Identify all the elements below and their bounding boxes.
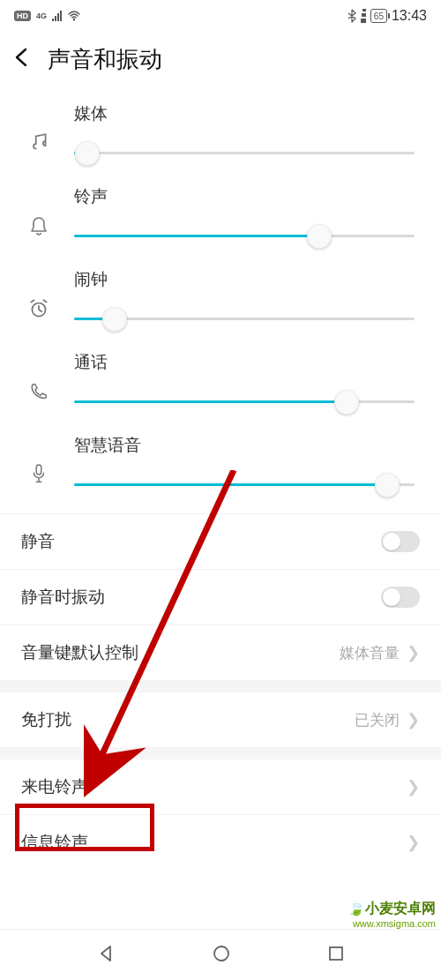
back-button[interactable] (12, 47, 35, 72)
slider-label: 闹钟 (74, 268, 415, 291)
chevron-right-icon: ❯ (407, 710, 420, 729)
ringtone-slider[interactable] (74, 224, 415, 249)
battery-gauge-icon (361, 9, 366, 23)
slider-label: 智慧语音 (74, 434, 415, 457)
status-bar: HD 4G 65 13:43 (0, 0, 441, 32)
system-nav-bar (0, 929, 441, 980)
status-right: 65 13:43 (348, 8, 427, 24)
svg-rect-3 (361, 19, 366, 23)
svg-rect-1 (363, 9, 366, 11)
slider-media: 媒体 (26, 99, 415, 169)
vibrate-toggle[interactable] (381, 587, 420, 608)
wifi-icon (67, 11, 81, 21)
volume-sliders: 媒体 铃声 闹钟 通话 (0, 99, 441, 513)
settings-list-2: 免打扰 已关闭 ❯ (0, 692, 441, 747)
row-mute[interactable]: 静音 (0, 513, 441, 569)
microphone-icon (26, 448, 51, 501)
row-label: 静音 (21, 530, 55, 553)
row-vibrate-on-mute[interactable]: 静音时振动 (0, 569, 441, 625)
row-label: 音量键默认控制 (21, 641, 138, 664)
leaf-icon: 🍃 (348, 901, 365, 916)
row-label: 免打扰 (21, 708, 71, 731)
settings-list: 静音 静音时振动 音量键默认控制 媒体音量 ❯ (0, 513, 441, 680)
hd-badge: HD (14, 11, 31, 21)
battery-icon: 65 (370, 9, 387, 23)
row-label: 来电铃声 (21, 775, 88, 798)
phone-icon (26, 365, 51, 418)
mute-toggle[interactable] (381, 531, 420, 552)
signal-icon (52, 11, 62, 21)
section-gap (0, 680, 441, 692)
slider-label: 通话 (74, 351, 415, 374)
bluetooth-icon (348, 9, 356, 23)
slider-label: 铃声 (74, 185, 415, 208)
slider-call: 通话 (26, 348, 415, 418)
svg-rect-2 (362, 13, 366, 17)
svg-rect-5 (36, 465, 41, 475)
nav-back-button[interactable] (96, 944, 116, 967)
page-title: 声音和振动 (48, 44, 162, 75)
row-value: 媒体音量 (340, 643, 400, 663)
slider-label: 媒体 (74, 102, 415, 125)
row-value: 已关闭 (355, 710, 400, 730)
nav-home-button[interactable] (212, 944, 231, 967)
watermark: 🍃小麦安卓网 www.xmsigma.com (348, 900, 436, 929)
battery-level: 65 (374, 11, 384, 21)
slider-alarm: 闹钟 (26, 265, 415, 335)
chevron-right-icon: ❯ (407, 643, 420, 662)
row-label: 静音时振动 (21, 586, 105, 609)
svg-rect-7 (330, 947, 342, 960)
music-note-icon (26, 116, 51, 169)
row-volume-key-default[interactable]: 音量键默认控制 媒体音量 ❯ (0, 625, 441, 680)
media-slider[interactable] (74, 141, 415, 166)
svg-point-6 (214, 946, 228, 961)
row-dnd[interactable]: 免打扰 已关闭 ❯ (0, 692, 441, 747)
watermark-sub: www.xmsigma.com (348, 918, 436, 929)
svg-point-0 (73, 19, 75, 20)
call-slider[interactable] (74, 390, 415, 415)
slider-voice-assistant: 智慧语音 (26, 430, 415, 501)
chevron-right-icon: ❯ (407, 777, 420, 797)
status-left: HD 4G (14, 11, 81, 21)
clock: 13:43 (392, 8, 427, 24)
row-incoming-ringtone[interactable]: 来电铃声 ❯ (0, 759, 441, 814)
section-gap (0, 747, 441, 759)
nav-recent-button[interactable] (327, 945, 345, 966)
slider-ringtone: 铃声 (26, 182, 415, 252)
voice-slider[interactable] (74, 473, 415, 497)
watermark-title: 小麦安卓网 (365, 901, 436, 916)
alarm-clock-icon (26, 282, 51, 335)
settings-list-3: 来电铃声 ❯ 信息铃声 ❯ (0, 759, 441, 870)
alarm-slider[interactable] (74, 307, 415, 332)
row-label: 信息铃声 (21, 831, 88, 854)
title-bar: 声音和振动 (0, 32, 441, 86)
bell-icon (26, 199, 51, 252)
chevron-right-icon: ❯ (407, 833, 420, 852)
row-message-ringtone[interactable]: 信息铃声 ❯ (0, 814, 441, 870)
net-type: 4G (36, 11, 47, 20)
